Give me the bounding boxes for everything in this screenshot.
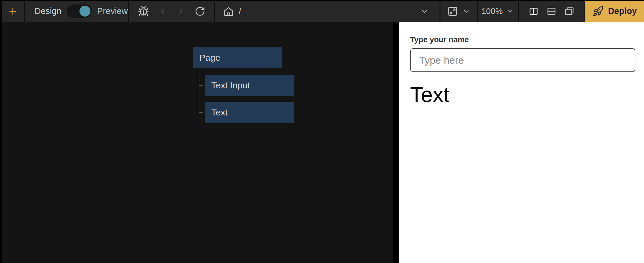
toolbar: Design Preview xyxy=(0,0,644,22)
zoom-dropdown-button[interactable] xyxy=(506,7,514,15)
refresh-button[interactable] xyxy=(195,6,205,17)
chevron-down-icon xyxy=(462,7,470,15)
design-canvas: Page Text Input Text xyxy=(0,22,393,263)
stacked-layout-button[interactable] xyxy=(564,6,575,17)
mode-toggle-switch[interactable] xyxy=(67,4,92,18)
split-columns-layout-button[interactable] xyxy=(528,6,539,16)
tree-node-text-input[interactable]: Text Input xyxy=(205,75,294,96)
toolbar-group-deploy: Deploy xyxy=(585,0,644,22)
toolbar-group-path: / xyxy=(215,0,440,22)
zoom-level-value: 100% xyxy=(482,7,503,16)
rocket-icon xyxy=(593,6,604,17)
chevron-left-icon xyxy=(158,7,168,16)
rows-layout-icon xyxy=(546,6,557,16)
add-component-button[interactable] xyxy=(8,6,18,16)
home-page-button[interactable] xyxy=(223,6,234,17)
input-field-label: Type your name xyxy=(410,35,635,44)
tree-node-text[interactable]: Text xyxy=(205,102,294,123)
toggle-knob xyxy=(79,6,90,17)
preview-panel: Type your name Text xyxy=(399,22,644,263)
app-window: Design Preview xyxy=(0,0,644,263)
window-top-edge xyxy=(0,0,644,1)
window-left-edge xyxy=(0,0,2,263)
toolbar-group-zoom: 100% xyxy=(478,0,519,22)
deploy-button[interactable]: Deploy xyxy=(585,0,644,22)
chevron-right-icon xyxy=(176,7,186,16)
name-text-input[interactable] xyxy=(410,48,635,72)
stack-layout-icon xyxy=(564,6,575,17)
back-button[interactable] xyxy=(158,7,168,16)
columns-layout-icon xyxy=(528,6,539,16)
bug-icon xyxy=(138,6,149,17)
preview-text-element: Text xyxy=(410,82,635,107)
toolbar-group-nav xyxy=(129,0,215,22)
plus-icon xyxy=(8,6,18,16)
split-rows-layout-button[interactable] xyxy=(546,6,557,16)
tree-connector-tick xyxy=(199,112,203,113)
tree-connector-line xyxy=(199,68,199,113)
toolbar-group-layout xyxy=(519,0,585,22)
canvas-preview-divider xyxy=(393,22,399,263)
screen-size-button[interactable] xyxy=(447,5,458,17)
preview-mode-label[interactable]: Preview xyxy=(97,6,128,16)
tree-connector-tick xyxy=(199,85,203,86)
toolbar-group-device xyxy=(440,0,478,22)
chevron-down-icon xyxy=(420,7,429,16)
design-mode-label[interactable]: Design xyxy=(35,6,61,16)
screen-size-dropdown-button[interactable] xyxy=(462,7,470,15)
page-selector-button[interactable] xyxy=(420,7,429,16)
tree-node-page[interactable]: Page xyxy=(193,47,282,68)
chevron-down-icon xyxy=(506,7,514,15)
forward-button[interactable] xyxy=(176,7,186,16)
device-expand-icon xyxy=(447,5,458,17)
deploy-button-label: Deploy xyxy=(608,6,637,16)
tree-node-label: Text xyxy=(211,107,228,118)
toolbar-group-add xyxy=(2,0,25,22)
debug-button[interactable] xyxy=(138,6,149,17)
home-icon xyxy=(223,6,234,17)
refresh-icon xyxy=(195,6,205,17)
page-path: / xyxy=(239,6,241,16)
tree-node-label: Text Input xyxy=(211,80,250,90)
toolbar-group-mode: Design Preview xyxy=(25,0,129,22)
tree-node-label: Page xyxy=(199,53,220,63)
